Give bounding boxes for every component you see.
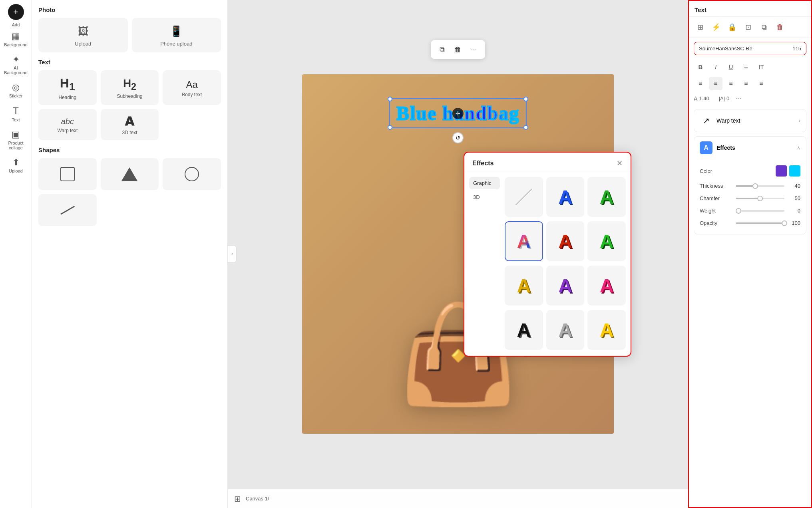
duplicate-icon[interactable]: ⧉	[758, 21, 770, 34]
strikethrough-button[interactable]: ≡	[739, 60, 753, 73]
heading-button[interactable]: H1 Heading	[38, 70, 97, 105]
rotate-handle[interactable]: ↺	[452, 132, 464, 143]
handle-top-left[interactable]	[388, 97, 392, 101]
effect-black[interactable]: A	[505, 310, 543, 350]
right-panel-title: Text	[689, 1, 811, 17]
3d-text-icon: 𝗔	[125, 115, 134, 127]
more-button[interactable]: ···	[467, 42, 481, 57]
thickness-label: Thickness	[700, 183, 732, 189]
font-selector-row[interactable]: SourceHanSansSC-Re 115	[694, 42, 806, 55]
upload-button[interactable]: 🖼 Upload	[38, 18, 128, 52]
handle-bottom-left[interactable]	[388, 125, 392, 130]
align-last-button[interactable]: ≡	[754, 77, 768, 90]
canvas-bottom-bar: ⊞ Canvas 1/	[228, 489, 688, 508]
warp-text-button[interactable]: abc Warp text	[38, 109, 97, 140]
font-size[interactable]: 115	[785, 46, 801, 52]
effect-yellow[interactable]: A	[505, 266, 543, 306]
warp-text-header[interactable]: ↗ Warp text ›	[694, 109, 806, 132]
square-shape-button[interactable]	[38, 158, 97, 190]
align-right-button[interactable]: ≡	[724, 77, 738, 90]
triangle-shape-button[interactable]	[101, 158, 159, 190]
effect-green[interactable]: A	[587, 177, 626, 217]
handle-bottom-right[interactable]	[523, 125, 528, 130]
canvas-text-element[interactable]: Blue handbag ✛ ↺	[389, 98, 527, 128]
thickness-thumb[interactable]	[752, 183, 758, 189]
crop-icon[interactable]: ⊡	[742, 21, 754, 34]
subheading-icon: H2	[123, 78, 136, 91]
thickness-row: Thickness 40	[700, 180, 800, 192]
text-case-button[interactable]: IT	[754, 60, 768, 73]
letter-spacing-label: |A| 0	[719, 95, 730, 101]
shapes-grid	[38, 158, 221, 226]
tab-graphic[interactable]: Graphic	[469, 177, 500, 189]
effect-pink[interactable]: A	[587, 266, 626, 306]
sidebar-item-product-collage[interactable]: ▣ Product collage	[2, 127, 30, 153]
add-label: Add	[12, 22, 20, 27]
color-swatch-primary[interactable]	[776, 165, 787, 177]
layers-panel-icon[interactable]: ⊞	[694, 21, 707, 34]
body-text-button[interactable]: Aa Body text	[163, 70, 221, 105]
effect-gray[interactable]: A	[546, 310, 585, 350]
opacity-slider[interactable]	[736, 222, 784, 224]
effect-purple-icon: A	[558, 275, 572, 297]
sidebar-item-upload[interactable]: ⬆ Upload	[2, 155, 30, 177]
spacing-more-button[interactable]: ···	[736, 94, 742, 103]
align-justify-button[interactable]: ≡	[739, 77, 753, 90]
warp-text-icon: abc	[61, 117, 74, 125]
effect-gray-icon: A	[558, 319, 572, 341]
bold-button[interactable]: B	[694, 60, 707, 73]
delete-panel-icon[interactable]: 🗑	[774, 21, 786, 34]
delete-button[interactable]: 🗑	[451, 42, 465, 57]
circle-shape-button[interactable]	[163, 158, 221, 190]
effect-red-dark-icon: A	[558, 230, 572, 252]
3d-text-button[interactable]: 𝗔 3D text	[101, 109, 159, 140]
add-button[interactable]: +	[8, 4, 24, 20]
warp-text-label: Warp text	[57, 128, 78, 133]
thickness-slider[interactable]	[736, 185, 784, 187]
sidebar-item-sticker[interactable]: ◎ Sticker	[2, 80, 30, 101]
weight-thumb[interactable]	[736, 208, 741, 214]
opacity-thumb[interactable]	[782, 220, 787, 226]
effect-pink-icon: A	[600, 275, 614, 297]
copy-button[interactable]: ⧉	[435, 42, 449, 57]
collapse-panel-button[interactable]: ‹	[228, 245, 237, 263]
subheading-button[interactable]: H2 Subheading	[101, 70, 159, 105]
warp-text-title: Warp text	[716, 117, 795, 124]
effects-section-title: Effects	[716, 145, 793, 151]
chamfer-fill	[736, 198, 760, 199]
effect-yellow2[interactable]: A	[587, 310, 626, 350]
chamfer-thumb[interactable]	[757, 196, 763, 201]
subheading-label: Subheading	[117, 93, 142, 99]
line-shape-button[interactable]	[38, 194, 97, 226]
effect-purple[interactable]: A	[546, 266, 585, 306]
weight-slider[interactable]	[736, 210, 784, 212]
sidebar-item-label: Product collage	[4, 141, 28, 150]
sidebar-item-ai-background[interactable]: ✦ AI Background	[2, 52, 30, 78]
animate-icon[interactable]: ⚡	[710, 21, 722, 34]
tab-3d[interactable]: 3D	[469, 191, 500, 203]
effect-rainbow[interactable]: A	[505, 221, 543, 261]
align-left-button[interactable]: ≡	[694, 77, 707, 90]
color-swatch-secondary[interactable]	[789, 165, 800, 177]
align-center-button[interactable]: ≡	[709, 77, 722, 90]
effect-green-dark[interactable]: A	[587, 221, 626, 261]
italic-button[interactable]: I	[709, 60, 722, 73]
chamfer-slider[interactable]	[736, 198, 784, 199]
effect-red-dark[interactable]: A	[546, 221, 585, 261]
underline-button[interactable]: U	[724, 60, 738, 73]
effects-close-button[interactable]: ✕	[617, 159, 623, 168]
effects-section-header[interactable]: A Effects ∧	[694, 137, 806, 159]
phone-upload-button[interactable]: 📱 Phone upload	[132, 18, 221, 52]
weight-row: Weight 0	[700, 204, 800, 217]
effect-blue[interactable]: A	[546, 177, 585, 217]
effect-none[interactable]	[505, 177, 543, 217]
line-spacing-value[interactable]: 1.40	[699, 95, 709, 101]
body-text-label: Body text	[182, 92, 202, 97]
sidebar-item-background[interactable]: ▦ Background	[2, 29, 30, 50]
letter-spacing-value[interactable]: 0	[726, 95, 729, 101]
handle-top-right[interactable]	[523, 97, 528, 101]
lock-icon[interactable]: 🔒	[726, 21, 738, 34]
layers-icon[interactable]: ⊞	[234, 494, 241, 504]
move-handle[interactable]: ✛	[452, 108, 464, 119]
sidebar-item-text[interactable]: T Text	[2, 103, 30, 125]
